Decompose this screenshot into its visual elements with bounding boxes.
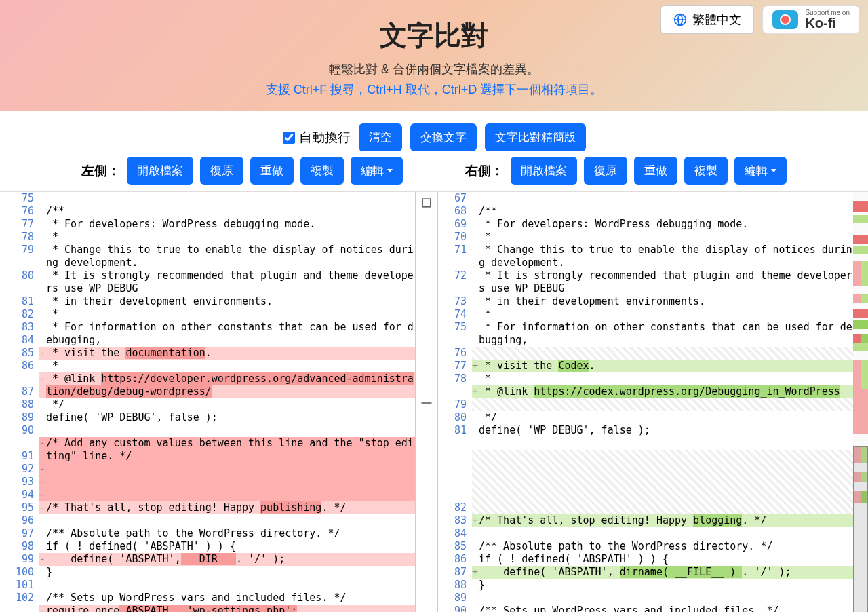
wrap-toggle[interactable]: 自動換行 xyxy=(283,129,351,147)
clear-button[interactable]: 清空 xyxy=(359,123,402,151)
left-side-label: 左側： xyxy=(81,162,120,180)
right-line-numbers: 6768697071727374757677787980818283848586… xyxy=(438,192,472,612)
right-open-button[interactable]: 開啟檔案 xyxy=(511,157,577,185)
lite-button[interactable]: 文字比對精簡版 xyxy=(485,123,586,151)
minimap[interactable] xyxy=(853,192,868,612)
swap-button[interactable]: 交換文字 xyxy=(410,123,477,151)
merge-marker-top[interactable] xyxy=(420,196,433,210)
left-code[interactable]: /** * For developers: WordPress debuggin… xyxy=(39,192,415,612)
chevron-down-icon xyxy=(771,169,776,172)
left-copy-button[interactable]: 複製 xyxy=(300,157,344,185)
left-line-numbers: 7576777879808182838485868788899091929394… xyxy=(0,192,39,612)
wrap-checkbox[interactable] xyxy=(283,132,295,144)
shortcuts-hint: 支援 Ctrl+F 搜尋，Ctrl+H 取代，Ctrl+D 選擇下一個相符項目。 xyxy=(14,81,854,98)
left-undo-button[interactable]: 復原 xyxy=(200,157,243,185)
right-copy-button[interactable]: 複製 xyxy=(684,157,728,185)
sides-toolbar: 左側： 開啟檔案 復原 重做 複製 編輯 右側： 開啟檔案 復原 重做 複製 編… xyxy=(0,157,868,191)
kofi-name: Ko-fi xyxy=(805,16,836,30)
left-redo-button[interactable]: 重做 xyxy=(250,157,294,185)
right-pane[interactable]: 6768697071727374757677787980818283848586… xyxy=(438,192,853,612)
globe-icon xyxy=(673,13,687,26)
kofi-icon xyxy=(772,10,798,29)
left-pane[interactable]: 7576777879808182838485868788899091929394… xyxy=(0,192,415,612)
chevron-down-icon xyxy=(387,169,393,172)
merge-gutter xyxy=(415,192,438,612)
left-edit-button[interactable]: 編輯 xyxy=(351,157,403,185)
header: 繁體中文 Support me on Ko-fi 文字比對 輕鬆比對 & 合併兩… xyxy=(0,0,868,111)
merge-divider-icon[interactable] xyxy=(420,396,433,410)
left-open-button[interactable]: 開啟檔案 xyxy=(127,157,193,185)
page-subtitle: 輕鬆比對 & 合併兩個文字檔案的差異。 xyxy=(14,61,854,77)
language-button[interactable]: 繁體中文 xyxy=(660,5,754,34)
right-redo-button[interactable]: 重做 xyxy=(634,157,677,185)
right-side-label: 右側： xyxy=(465,162,504,180)
right-edit-button[interactable]: 編輯 xyxy=(734,157,787,185)
main-toolbar: 自動換行 清空 交換文字 文字比對精簡版 xyxy=(0,111,868,157)
diff-view: 7576777879808182838485868788899091929394… xyxy=(0,191,868,612)
right-code[interactable]: /** * For developers: WordPress debuggin… xyxy=(472,192,853,612)
kofi-button[interactable]: Support me on Ko-fi xyxy=(762,5,860,34)
svg-rect-1 xyxy=(422,199,431,207)
language-label: 繁體中文 xyxy=(692,12,741,28)
right-undo-button[interactable]: 復原 xyxy=(584,157,627,185)
